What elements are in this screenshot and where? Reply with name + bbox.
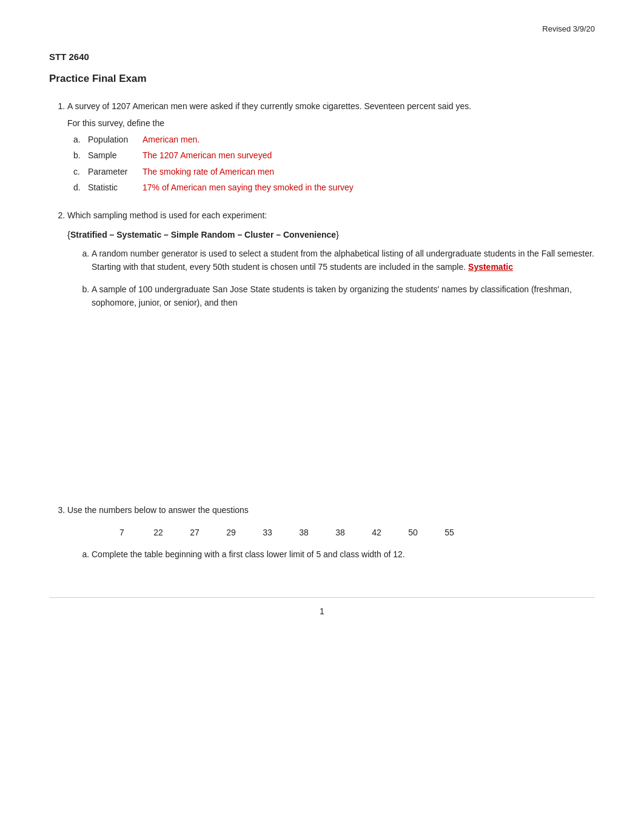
q1-answer-d: 17% of American men saying they smoked i… <box>143 181 354 194</box>
revised-date: Revised 3/9/20 <box>49 24 595 33</box>
q2-sub-b: A sample of 100 undergraduate San Jose S… <box>92 283 595 310</box>
q2-intro: Which sampling method is used for each e… <box>67 209 595 222</box>
q1-letter-d: d. <box>73 181 88 194</box>
page-footer: 1 <box>49 597 595 616</box>
num-8: 50 <box>395 526 431 539</box>
num-3: 29 <box>213 526 249 539</box>
page-container: Revised 3/9/20 STT 2640 Practice Final E… <box>49 0 595 652</box>
question-1: A survey of 1207 American men were asked… <box>67 99 595 194</box>
q2-sub-list: A random number generator is used to sel… <box>67 247 595 310</box>
q3-sub-a: Complete the table beginning with a firs… <box>92 548 595 561</box>
q1-for-survey: For this survey, define the <box>67 116 595 130</box>
num-5: 38 <box>286 526 322 539</box>
q1-letter-a: a. <box>73 133 88 146</box>
q1-intro: A survey of 1207 American men were asked… <box>67 99 595 113</box>
q1-sub-a: a. Population American men. <box>73 133 595 146</box>
exam-title: Practice Final Exam <box>49 73 595 85</box>
q1-sub-list: a. Population American men. b. Sample Th… <box>67 133 595 195</box>
q1-letter-c: c. <box>73 165 88 178</box>
num-2: 27 <box>176 526 213 539</box>
q3-intro: Use the numbers below to answer the ques… <box>67 503 595 517</box>
course-title: STT 2640 <box>49 52 595 62</box>
q1-answer-b: The 1207 American men surveyed <box>143 149 272 162</box>
q1-category-b: Sample <box>88 149 143 162</box>
q1-category-a: Population <box>88 133 143 146</box>
num-4: 33 <box>249 526 286 539</box>
q2-sampling-options-row: {Stratified – Systematic – Simple Random… <box>67 227 595 242</box>
q2-sub-b-text: A sample of 100 undergraduate San Jose S… <box>92 284 572 307</box>
q1-sub-b: b. Sample The 1207 American men surveyed <box>73 149 595 162</box>
q1-sub-d: d. Statistic 17% of American men saying … <box>73 181 595 194</box>
num-7: 42 <box>358 526 395 539</box>
question-2: Which sampling method is used for each e… <box>67 209 595 309</box>
q2-sub-a: A random number generator is used to sel… <box>92 247 595 274</box>
q1-sub-c: c. Parameter The smoking rate of America… <box>73 165 595 178</box>
main-question-list: A survey of 1207 American men were asked… <box>49 99 595 561</box>
q1-answer-a: American men. <box>143 133 200 146</box>
num-1: 22 <box>140 526 176 539</box>
num-0: 7 <box>104 526 140 539</box>
q1-category-c: Parameter <box>88 165 143 178</box>
q1-letter-b: b. <box>73 149 88 162</box>
q1-category-d: Statistic <box>88 181 143 194</box>
q2-sub-a-text: A random number generator is used to sel… <box>92 249 594 272</box>
num-6: 38 <box>322 526 358 539</box>
q3-sub-a-text: Complete the table beginning with a firs… <box>92 549 405 559</box>
page-number: 1 <box>320 606 324 616</box>
q3-sub-list: Complete the table beginning with a firs… <box>67 548 595 561</box>
num-9: 55 <box>431 526 468 539</box>
question-3: Use the numbers below to answer the ques… <box>67 503 595 561</box>
q2-answer-a: Systematic <box>468 262 513 272</box>
q1-answer-c: The smoking rate of American men <box>143 165 274 178</box>
q3-numbers-row: 7 22 27 29 33 38 38 42 50 55 <box>104 526 595 539</box>
q2-sampling-options: Stratified – Systematic – Simple Random … <box>70 230 336 240</box>
